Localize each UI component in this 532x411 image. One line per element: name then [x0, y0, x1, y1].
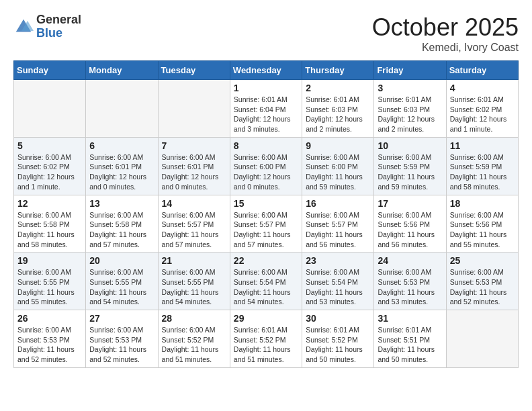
month-title: October 2025	[372, 13, 519, 42]
logo-text: General Blue	[36, 13, 81, 40]
day-info: Sunrise: 6:01 AMSunset: 5:52 PMDaylight:…	[234, 325, 298, 365]
calendar-cell	[158, 80, 230, 138]
logo-icon	[13, 17, 34, 37]
calendar-cell: 4Sunrise: 6:01 AMSunset: 6:02 PMDaylight…	[446, 80, 518, 138]
day-info: Sunrise: 6:00 AMSunset: 5:57 PMDaylight:…	[162, 210, 226, 250]
day-number: 2	[306, 83, 370, 93]
calendar-cell: 11Sunrise: 6:00 AMSunset: 5:59 PMDayligh…	[446, 137, 518, 195]
calendar-cell	[86, 80, 158, 138]
day-number: 17	[378, 198, 442, 209]
day-number: 1	[234, 83, 298, 93]
calendar-header-row: SundayMondayTuesdayWednesdayThursdayFrid…	[14, 61, 519, 80]
day-info: Sunrise: 6:00 AMSunset: 5:59 PMDaylight:…	[378, 152, 442, 192]
calendar-cell: 6Sunrise: 6:00 AMSunset: 6:01 PMDaylight…	[86, 137, 158, 195]
calendar-cell: 20Sunrise: 6:00 AMSunset: 5:55 PMDayligh…	[86, 253, 158, 310]
day-info: Sunrise: 6:00 AMSunset: 5:54 PMDaylight:…	[306, 267, 370, 307]
day-info: Sunrise: 6:00 AMSunset: 5:55 PMDaylight:…	[17, 267, 82, 307]
day-info: Sunrise: 6:01 AMSunset: 6:04 PMDaylight:…	[234, 95, 298, 134]
calendar-cell: 30Sunrise: 6:01 AMSunset: 5:52 PMDayligh…	[302, 310, 374, 368]
calendar-cell: 22Sunrise: 6:00 AMSunset: 5:54 PMDayligh…	[230, 253, 302, 310]
day-number: 30	[306, 313, 370, 324]
day-info: Sunrise: 6:01 AMSunset: 6:03 PMDaylight:…	[378, 95, 442, 134]
day-number: 19	[17, 255, 82, 266]
column-header-thursday: Thursday	[302, 61, 374, 80]
column-header-friday: Friday	[374, 61, 446, 80]
calendar-week-row: 12Sunrise: 6:00 AMSunset: 5:58 PMDayligh…	[14, 195, 519, 253]
calendar-cell: 31Sunrise: 6:01 AMSunset: 5:51 PMDayligh…	[374, 310, 446, 368]
day-number: 13	[89, 198, 154, 209]
day-number: 26	[17, 313, 82, 324]
calendar-cell: 25Sunrise: 6:00 AMSunset: 5:53 PMDayligh…	[446, 253, 518, 310]
calendar-cell: 29Sunrise: 6:01 AMSunset: 5:52 PMDayligh…	[230, 310, 302, 368]
day-number: 15	[234, 198, 298, 209]
calendar-cell: 9Sunrise: 6:00 AMSunset: 6:00 PMDaylight…	[302, 137, 374, 195]
day-number: 5	[17, 140, 82, 151]
day-info: Sunrise: 6:01 AMSunset: 6:03 PMDaylight:…	[306, 95, 370, 134]
day-number: 22	[234, 255, 298, 266]
day-info: Sunrise: 6:00 AMSunset: 5:55 PMDaylight:…	[89, 267, 154, 307]
calendar-week-row: 19Sunrise: 6:00 AMSunset: 5:55 PMDayligh…	[14, 253, 519, 310]
calendar-cell: 5Sunrise: 6:00 AMSunset: 6:02 PMDaylight…	[14, 137, 86, 195]
day-info: Sunrise: 6:00 AMSunset: 5:53 PMDaylight:…	[450, 267, 515, 307]
day-info: Sunrise: 6:01 AMSunset: 6:02 PMDaylight:…	[450, 95, 515, 134]
day-number: 12	[17, 198, 82, 209]
day-info: Sunrise: 6:00 AMSunset: 5:59 PMDaylight:…	[450, 152, 515, 192]
day-info: Sunrise: 6:00 AMSunset: 6:01 PMDaylight:…	[89, 152, 154, 192]
day-info: Sunrise: 6:00 AMSunset: 5:53 PMDaylight:…	[378, 267, 442, 307]
logo-general: General	[36, 13, 81, 27]
day-info: Sunrise: 6:00 AMSunset: 6:00 PMDaylight:…	[234, 152, 298, 192]
day-info: Sunrise: 6:00 AMSunset: 5:53 PMDaylight:…	[89, 325, 154, 365]
day-number: 18	[450, 198, 515, 209]
day-number: 28	[162, 313, 226, 324]
page-header: General Blue October 2025 Kemedi, Ivory …	[13, 13, 519, 54]
calendar-week-row: 5Sunrise: 6:00 AMSunset: 6:02 PMDaylight…	[14, 137, 519, 195]
day-info: Sunrise: 6:00 AMSunset: 6:02 PMDaylight:…	[17, 152, 82, 192]
calendar-week-row: 1Sunrise: 6:01 AMSunset: 6:04 PMDaylight…	[14, 80, 519, 138]
calendar-cell: 16Sunrise: 6:00 AMSunset: 5:57 PMDayligh…	[302, 195, 374, 253]
column-header-saturday: Saturday	[446, 61, 518, 80]
logo: General Blue	[13, 13, 81, 40]
day-info: Sunrise: 6:00 AMSunset: 5:57 PMDaylight:…	[306, 210, 370, 250]
calendar-cell: 1Sunrise: 6:01 AMSunset: 6:04 PMDaylight…	[230, 80, 302, 138]
column-header-sunday: Sunday	[14, 61, 86, 80]
calendar-cell: 12Sunrise: 6:00 AMSunset: 5:58 PMDayligh…	[14, 195, 86, 253]
day-number: 21	[162, 255, 226, 266]
calendar-cell: 13Sunrise: 6:00 AMSunset: 5:58 PMDayligh…	[86, 195, 158, 253]
day-number: 25	[450, 255, 515, 266]
day-info: Sunrise: 6:01 AMSunset: 5:52 PMDaylight:…	[306, 325, 370, 365]
day-number: 27	[89, 313, 154, 324]
day-number: 31	[378, 313, 442, 324]
calendar-cell: 19Sunrise: 6:00 AMSunset: 5:55 PMDayligh…	[14, 253, 86, 310]
day-info: Sunrise: 6:00 AMSunset: 5:55 PMDaylight:…	[162, 267, 226, 307]
calendar-table: SundayMondayTuesdayWednesdayThursdayFrid…	[13, 60, 519, 368]
day-info: Sunrise: 6:00 AMSunset: 5:56 PMDaylight:…	[378, 210, 442, 250]
day-info: Sunrise: 6:00 AMSunset: 5:54 PMDaylight:…	[234, 267, 298, 307]
calendar-cell: 23Sunrise: 6:00 AMSunset: 5:54 PMDayligh…	[302, 253, 374, 310]
calendar-cell	[14, 80, 86, 138]
location-title: Kemedi, Ivory Coast	[372, 42, 519, 54]
day-info: Sunrise: 6:00 AMSunset: 5:58 PMDaylight:…	[17, 210, 82, 250]
day-number: 11	[450, 140, 515, 151]
day-number: 20	[89, 255, 154, 266]
day-number: 29	[234, 313, 298, 324]
title-block: October 2025 Kemedi, Ivory Coast	[372, 13, 519, 54]
calendar-cell: 7Sunrise: 6:00 AMSunset: 6:01 PMDaylight…	[158, 137, 230, 195]
logo-blue: Blue	[36, 27, 81, 40]
day-info: Sunrise: 6:00 AMSunset: 5:52 PMDaylight:…	[162, 325, 226, 365]
column-header-wednesday: Wednesday	[230, 61, 302, 80]
day-number: 16	[306, 198, 370, 209]
day-info: Sunrise: 6:00 AMSunset: 5:57 PMDaylight:…	[234, 210, 298, 250]
day-info: Sunrise: 6:00 AMSunset: 6:00 PMDaylight:…	[306, 152, 370, 192]
day-info: Sunrise: 6:00 AMSunset: 5:56 PMDaylight:…	[450, 210, 515, 250]
day-number: 23	[306, 255, 370, 266]
calendar-cell: 17Sunrise: 6:00 AMSunset: 5:56 PMDayligh…	[374, 195, 446, 253]
day-number: 24	[378, 255, 442, 266]
calendar-cell: 3Sunrise: 6:01 AMSunset: 6:03 PMDaylight…	[374, 80, 446, 138]
day-number: 14	[162, 198, 226, 209]
day-number: 8	[234, 140, 298, 151]
day-number: 10	[378, 140, 442, 151]
calendar-cell: 14Sunrise: 6:00 AMSunset: 5:57 PMDayligh…	[158, 195, 230, 253]
day-number: 3	[378, 83, 442, 93]
calendar-cell: 28Sunrise: 6:00 AMSunset: 5:52 PMDayligh…	[158, 310, 230, 368]
calendar-cell: 21Sunrise: 6:00 AMSunset: 5:55 PMDayligh…	[158, 253, 230, 310]
